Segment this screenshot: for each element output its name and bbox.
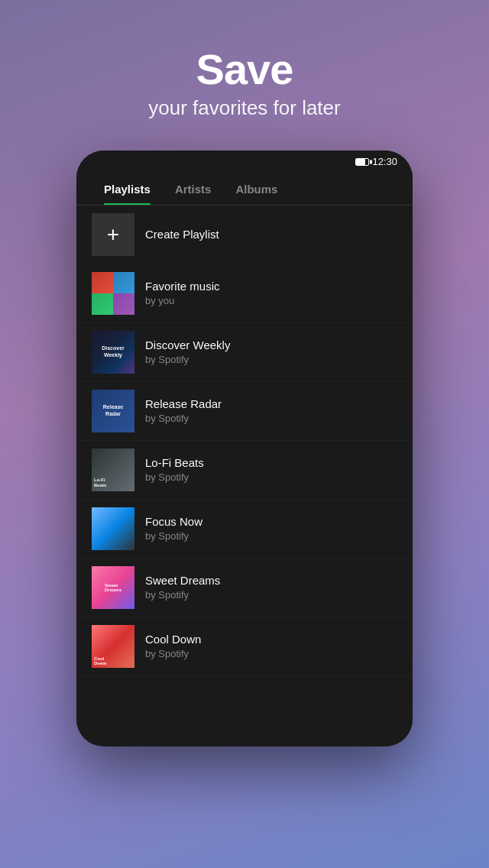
list-item[interactable]: CoolDown Cool Down by Spotify	[76, 617, 413, 676]
lofi-thumb: Lo-FiBeats	[92, 449, 134, 491]
dreams-thumb: SweetDreams	[92, 566, 134, 609]
playlist-name: Favorite music	[145, 280, 220, 293]
tab-playlists[interactable]: Playlists	[92, 173, 163, 205]
hero-title: Save	[0, 46, 489, 93]
playlist-info: Release Radar by Spotify	[145, 397, 222, 424]
playlist-name: Focus Now	[145, 515, 202, 528]
playlist-thumbnail: CoolDown	[92, 625, 134, 668]
status-bar: 12:30	[76, 151, 413, 173]
playlist-info: Focus Now by Spotify	[145, 515, 202, 542]
phone-container: 12:30 Playlists Artists Albums + Create …	[76, 151, 413, 747]
hero-subtitle: your favorites for later	[0, 96, 489, 120]
plus-icon: +	[107, 224, 119, 245]
playlist-thumbnail: ReleaseRadar	[92, 390, 134, 432]
playlist-info: Favorite music by you	[145, 280, 220, 306]
playlist-info: Lo-Fi Beats by Spotify	[145, 456, 204, 483]
tabs-bar: Playlists Artists Albums	[76, 173, 413, 206]
tab-artists[interactable]: Artists	[163, 173, 224, 205]
list-item[interactable]: DiscoverWeekly Discover Weekly by Spotif…	[76, 323, 413, 382]
playlist-thumbnail	[92, 272, 134, 315]
playlist-owner: by Spotify	[145, 530, 202, 542]
status-time: 12:30	[372, 156, 397, 167]
focus-thumb	[92, 507, 134, 550]
list-item[interactable]: Lo-FiBeats Lo-Fi Beats by Spotify	[76, 441, 413, 500]
list-item[interactable]: Focus Now by Spotify	[76, 500, 413, 559]
playlist-info: Cool Down by Spotify	[145, 633, 201, 659]
playlist-owner: by Spotify	[145, 471, 204, 483]
tab-albums[interactable]: Albums	[223, 173, 290, 205]
cooldown-thumb: CoolDown	[92, 625, 134, 668]
playlist-name: Lo-Fi Beats	[145, 456, 204, 469]
playlist-thumbnail: Lo-FiBeats	[92, 449, 134, 491]
create-playlist-label: Create Playlist	[145, 228, 219, 241]
playlist-thumbnail	[92, 507, 134, 550]
playlist-info: Discover Weekly by Spotify	[145, 338, 230, 365]
hero-section: Save your favorites for later	[0, 0, 489, 143]
list-item[interactable]: SweetDreams Sweet Dreams by Spotify	[76, 559, 413, 617]
playlist-list: + Create Playlist Favorite music by you	[76, 206, 413, 744]
playlist-owner: by Spotify	[145, 354, 230, 365]
favorite-thumb	[92, 272, 134, 315]
playlist-owner: by Spotify	[145, 413, 222, 424]
list-item[interactable]: Favorite music by you	[76, 264, 413, 323]
playlist-name: Release Radar	[145, 397, 222, 410]
battery-icon	[355, 158, 369, 166]
radar-thumb: ReleaseRadar	[92, 390, 134, 432]
playlist-thumbnail: DiscoverWeekly	[92, 331, 134, 374]
playlist-owner: by you	[145, 295, 220, 306]
create-playlist-icon: +	[92, 213, 134, 256]
playlist-thumbnail: SweetDreams	[92, 566, 134, 609]
playlist-owner: by Spotify	[145, 648, 201, 659]
playlist-name: Sweet Dreams	[145, 574, 220, 587]
playlist-name: Discover Weekly	[145, 338, 230, 351]
playlist-info: Sweet Dreams by Spotify	[145, 574, 220, 601]
playlist-name: Cool Down	[145, 633, 201, 646]
discover-thumb: DiscoverWeekly	[92, 331, 134, 374]
create-playlist-button[interactable]: + Create Playlist	[76, 206, 413, 264]
playlist-owner: by Spotify	[145, 589, 220, 601]
list-item[interactable]: ReleaseRadar Release Radar by Spotify	[76, 382, 413, 441]
